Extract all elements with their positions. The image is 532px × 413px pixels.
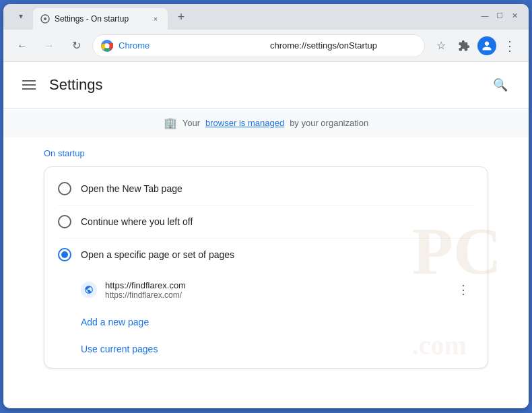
settings-header: Settings 🔍 xyxy=(3,62,529,108)
chrome-label: Chrome xyxy=(119,40,265,51)
address-bar[interactable]: Chrome chrome://settings/onStartup xyxy=(92,34,425,57)
tab-close-btn[interactable]: × xyxy=(150,13,161,24)
radio-continue xyxy=(58,215,71,228)
startup-page-more-btn[interactable]: ⋮ xyxy=(453,279,474,300)
active-tab[interactable]: Settings - On startup × xyxy=(33,8,168,30)
profile-btn[interactable] xyxy=(476,35,498,57)
forward-btn[interactable]: → xyxy=(38,35,60,57)
settings-tab-icon xyxy=(40,13,51,24)
nav-bar: ← → ↻ Chrome chrome://settings/onStartup… xyxy=(3,30,529,62)
chrome-menu-btn[interactable]: ⋮ xyxy=(499,35,521,57)
radio-specific-inner xyxy=(61,251,68,258)
url-text: chrome://settings/onStartup xyxy=(270,40,416,51)
extensions-btn[interactable] xyxy=(453,35,475,57)
settings-page-title: Settings xyxy=(49,76,103,94)
option-continue-label: Continue where you left off xyxy=(81,216,193,227)
tab-title: Settings - On startup xyxy=(55,14,146,24)
settings-layout: Settings 🔍 🏢 Your browser is managed by … xyxy=(3,62,529,408)
radio-new-tab xyxy=(58,182,71,195)
svg-point-1 xyxy=(44,18,46,20)
browser-window: ▾ Settings - On startup × + — ☐ ✕ ← → ↻ xyxy=(3,4,529,408)
svg-point-4 xyxy=(105,43,110,48)
bookmark-btn[interactable]: ☆ xyxy=(430,35,452,57)
add-new-page-link[interactable]: Add a new page xyxy=(44,309,488,336)
radio-specific xyxy=(58,248,71,261)
site-url-main: https://findflarex.com xyxy=(105,280,444,290)
new-tab-btn[interactable]: + xyxy=(172,7,191,26)
profile-avatar xyxy=(477,36,496,55)
managed-text: Your xyxy=(182,118,200,128)
back-btn[interactable]: ← xyxy=(11,35,33,57)
use-current-pages-link[interactable]: Use current pages xyxy=(44,336,488,362)
option-specific-label: Open a specific page or set of pages xyxy=(81,249,234,260)
managed-suffix: by your organization xyxy=(290,118,368,128)
title-bar: ▾ Settings - On startup × + — ☐ ✕ xyxy=(3,4,529,30)
option-new-tab[interactable]: Open the New Tab page xyxy=(44,172,488,205)
window-controls: — ☐ ✕ xyxy=(479,4,529,26)
option-specific[interactable]: Open a specific page or set of pages xyxy=(44,239,488,271)
profile-dropdown-btn[interactable]: ▾ xyxy=(10,5,32,27)
options-card: Open the New Tab page Continue where you… xyxy=(44,166,488,369)
startup-page-row: https://findflarex.com https://findflare… xyxy=(44,271,488,309)
section-label: On startup xyxy=(44,148,488,158)
sidebar-toggle-btn[interactable] xyxy=(20,77,38,92)
site-url-sub: https://findflarex.com/ xyxy=(105,290,444,300)
tab-strip: ▾ Settings - On startup × + xyxy=(10,5,479,30)
managed-notice: 🏢 Your browser is managed by your organi… xyxy=(3,108,529,137)
settings-search-btn[interactable]: 🔍 xyxy=(488,73,512,97)
option-new-tab-label: Open the New Tab page xyxy=(81,183,182,194)
site-urls: https://findflarex.com https://findflare… xyxy=(105,280,444,300)
settings-body: PC .com On startup Open the New Tab page xyxy=(3,137,529,408)
close-btn[interactable]: ✕ xyxy=(508,9,521,22)
chrome-logo xyxy=(101,40,113,52)
managed-link[interactable]: browser is managed xyxy=(205,118,284,128)
managed-icon: 🏢 xyxy=(164,117,177,129)
nav-icons: ☆ ⋮ xyxy=(430,35,521,57)
maximize-btn[interactable]: ☐ xyxy=(494,9,506,22)
settings-title-area: Settings xyxy=(20,76,103,94)
extensions-icon xyxy=(458,40,470,52)
reload-btn[interactable]: ↻ xyxy=(65,35,87,57)
option-continue[interactable]: Continue where you left off xyxy=(44,205,488,238)
page-content: Settings 🔍 🏢 Your browser is managed by … xyxy=(3,62,529,408)
minimize-btn[interactable]: — xyxy=(479,9,491,22)
site-icon xyxy=(81,282,97,298)
